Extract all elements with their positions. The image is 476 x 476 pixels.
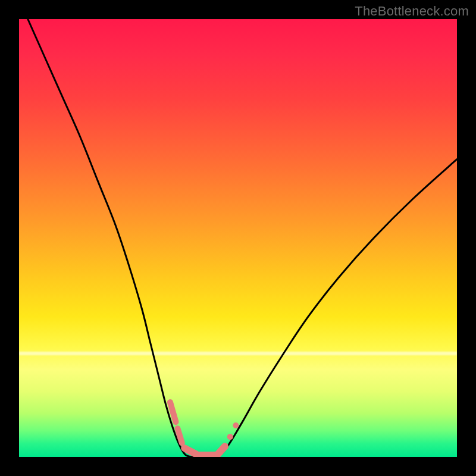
- bottleneck-curve: [28, 19, 457, 457]
- marker-pill: [177, 428, 181, 443]
- watermark-text: TheBottleneck.com: [355, 4, 469, 19]
- marker-dot: [227, 434, 233, 440]
- marker-dot: [233, 422, 239, 428]
- marker-pill: [218, 446, 225, 454]
- plot-area: [19, 19, 457, 457]
- marker-pill: [184, 448, 196, 454]
- curve-path: [28, 19, 457, 457]
- curves-layer: [19, 19, 457, 457]
- chart-frame: TheBottleneck.com: [0, 0, 476, 476]
- marker-pill: [170, 402, 176, 422]
